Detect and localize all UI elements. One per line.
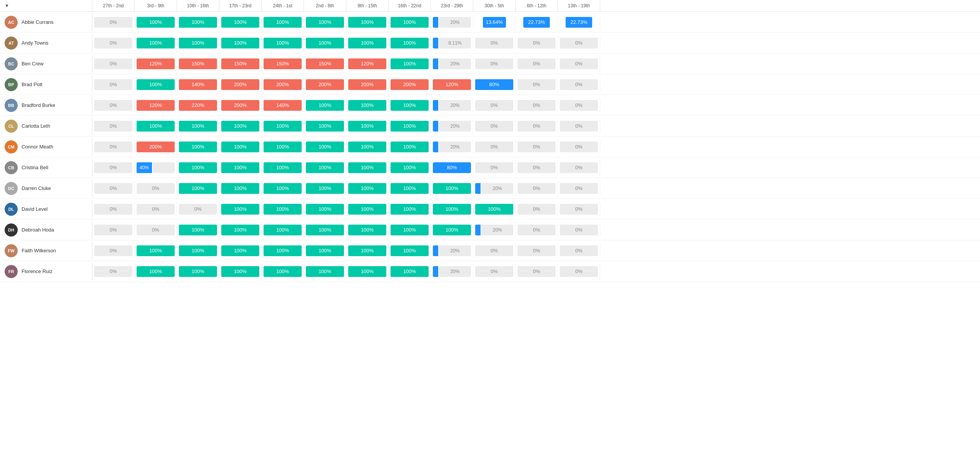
resource-name: Bradford Burke (22, 102, 55, 108)
data-cell-12-10: 0% (516, 265, 558, 278)
data-cell-6-6: 100% (346, 140, 389, 154)
resource-cell-9[interactable]: DLDavid Level (0, 200, 92, 218)
data-cell-12-2: 100% (177, 265, 219, 278)
data-cell-11-7: 100% (389, 244, 431, 258)
col-header-6: 9th - 15th (346, 0, 389, 12)
data-cell-11-11: 0% (558, 244, 600, 258)
data-cell-4-8: 20% (431, 98, 473, 112)
avatar: CL (5, 120, 18, 133)
data-cell-3-5: 200% (304, 78, 346, 92)
resource-cell-6[interactable]: CMConnor Meath (0, 138, 92, 156)
data-cell-5-7: 100% (389, 119, 431, 133)
avatar: FW (5, 244, 18, 257)
avatar: CM (5, 140, 18, 153)
data-cell-11-2: 100% (177, 244, 219, 258)
data-cell-4-3: 200% (219, 98, 262, 112)
resource-name: Florence Ruiz (22, 268, 52, 274)
data-cell-5-6: 100% (346, 119, 389, 133)
data-cell-1-1: 100% (135, 36, 177, 50)
resource-cell-12[interactable]: FRFlorence Ruiz (0, 263, 92, 280)
table-row: ATAndy Towns0%100%100%100%100%100%100%10… (0, 33, 980, 53)
data-cell-8-0: 0% (92, 182, 135, 195)
avatar: DL (5, 203, 18, 216)
data-cell-0-8: 20% (431, 15, 473, 29)
data-cell-9-7: 100% (389, 202, 431, 216)
col-header-4: 24th - 1st (262, 0, 304, 12)
data-cell-8-5: 100% (304, 182, 346, 195)
data-cell-4-2: 220% (177, 98, 219, 112)
data-cell-11-4: 100% (262, 244, 304, 258)
resource-name: Ben Crew (22, 61, 43, 67)
data-cell-1-10: 0% (516, 36, 558, 50)
data-cell-1-2: 100% (177, 36, 219, 50)
resource-name: Debroah Hoda (22, 227, 54, 233)
resource-cell-8[interactable]: DCDarren Cluke (0, 180, 92, 197)
data-cell-1-5: 100% (304, 36, 346, 50)
data-cell-10-7: 100% (389, 223, 431, 237)
data-cell-6-7: 100% (389, 140, 431, 154)
resource-cell-2[interactable]: BCBen Crew (0, 55, 92, 73)
data-cell-7-10: 0% (516, 161, 558, 175)
data-cell-12-5: 100% (304, 265, 346, 278)
avatar: FR (5, 265, 18, 278)
data-cell-12-0: 0% (92, 265, 135, 278)
resource-cell-4[interactable]: BBBradford Burke (0, 97, 92, 114)
data-cell-12-1: 100% (135, 265, 177, 278)
avatar: CB (5, 161, 18, 174)
avatar: DH (5, 223, 18, 237)
data-cell-5-8: 20% (431, 119, 473, 133)
data-cell-10-8: 100% (431, 223, 473, 237)
avatar: AC (5, 16, 18, 29)
data-cell-3-7: 200% (389, 78, 431, 92)
data-cell-9-3: 100% (219, 202, 262, 216)
data-cell-5-4: 100% (262, 119, 304, 133)
table-row: CBCristina Bell0%40%100%100%100%100%100%… (0, 157, 980, 178)
resource-cell-1[interactable]: ATAndy Towns (0, 34, 92, 52)
col-header-0: 27th - 2nd (92, 0, 135, 12)
resource-cell-3[interactable]: BPBrad Pott (0, 76, 92, 93)
data-cell-6-2: 100% (177, 140, 219, 154)
col-header-3: 17th - 23rd (219, 0, 262, 12)
data-cell-11-3: 100% (219, 244, 262, 258)
resource-cell-7[interactable]: CBCristina Bell (0, 159, 92, 177)
resource-header[interactable]: ▼ (0, 0, 92, 12)
data-cell-8-2: 100% (177, 182, 219, 195)
data-cell-6-11: 0% (558, 140, 600, 154)
data-cell-2-5: 150% (304, 57, 346, 71)
data-cell-0-9: 13.64% (473, 15, 516, 29)
data-cell-11-9: 0% (473, 244, 516, 258)
data-cell-7-3: 100% (219, 161, 262, 175)
data-cell-7-9: 0% (473, 161, 516, 175)
data-cell-1-3: 100% (219, 36, 262, 50)
data-cell-2-3: 150% (219, 57, 262, 71)
data-cell-3-8: 120% (431, 78, 473, 92)
data-cell-4-10: 0% (516, 98, 558, 112)
data-cell-9-5: 100% (304, 202, 346, 216)
avatar: BP (5, 78, 18, 91)
col-header-7: 16th - 22nd (389, 0, 431, 12)
data-cell-2-7: 100% (389, 57, 431, 71)
data-cell-2-11: 0% (558, 57, 600, 71)
data-cell-10-3: 100% (219, 223, 262, 237)
resource-cell-10[interactable]: DHDebroah Hoda (0, 221, 92, 239)
resource-cell-11[interactable]: FWFaith Wilkerson (0, 242, 92, 260)
data-cell-2-0: 0% (92, 57, 135, 71)
resource-cell-5[interactable]: CLCarlotta Leth (0, 117, 92, 135)
data-cell-4-6: 100% (346, 98, 389, 112)
resource-cell-0[interactable]: ACAbbie Currans (0, 13, 92, 31)
data-cell-1-6: 100% (346, 36, 389, 50)
data-cell-3-2: 140% (177, 78, 219, 92)
data-cell-7-2: 100% (177, 161, 219, 175)
data-cell-8-8: 100% (431, 182, 473, 195)
avatar: DC (5, 182, 18, 195)
data-cell-8-9: 20% (473, 182, 516, 195)
avatar: AT (5, 37, 18, 50)
data-cell-8-3: 100% (219, 182, 262, 195)
data-cell-3-11: 0% (558, 78, 600, 92)
data-cell-0-7: 100% (389, 15, 431, 29)
data-cell-0-4: 100% (262, 15, 304, 29)
data-cell-10-10: 0% (516, 223, 558, 237)
data-cell-4-5: 100% (304, 98, 346, 112)
data-cell-2-2: 150% (177, 57, 219, 71)
data-cell-9-4: 100% (262, 202, 304, 216)
